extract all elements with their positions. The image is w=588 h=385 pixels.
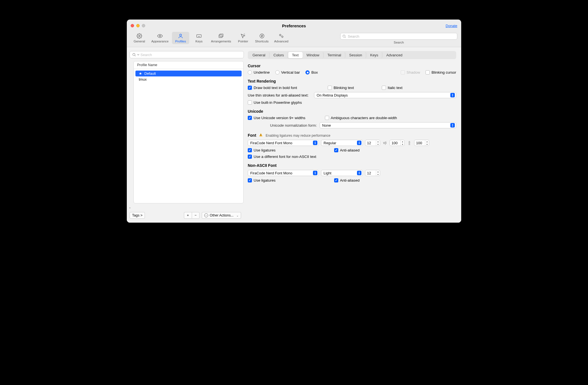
toolbar-item-profiles[interactable]: Profiles bbox=[172, 32, 189, 44]
content-pane: General Colors Text Window Terminal Sess… bbox=[244, 47, 461, 223]
zoom-icon[interactable] bbox=[142, 24, 145, 27]
checkbox-label: Shadow bbox=[407, 70, 420, 74]
toolbar-label: Appearance bbox=[151, 40, 169, 43]
subtab-terminal[interactable]: Terminal bbox=[324, 52, 345, 58]
font-ligatures-checkbox[interactable]: Use ligatures bbox=[248, 148, 276, 152]
subtab-general[interactable]: General bbox=[249, 52, 269, 58]
toolbar-item-keys[interactable]: Keys bbox=[190, 32, 208, 44]
chevron-down-icon bbox=[137, 54, 139, 56]
checkbox-label: Italic text bbox=[388, 86, 402, 90]
powerline-checkbox[interactable]: Use built-in Powerline glyphs bbox=[248, 100, 302, 105]
profile-name: tmux bbox=[139, 77, 147, 81]
cursor-underline-radio[interactable]: Underline bbox=[248, 70, 270, 74]
cursor-vertical-radio[interactable]: Vertical bar bbox=[275, 70, 300, 74]
stepper-arrows-icon[interactable]: ▲▼ bbox=[376, 170, 380, 176]
checkbox-label: Use ligatures bbox=[254, 148, 276, 152]
font-warning-text: Enabling ligatures may reduce performanc… bbox=[266, 134, 330, 138]
close-icon[interactable] bbox=[131, 24, 134, 27]
ambiguous-width-checkbox[interactable]: Ambiguous characters are double-width bbox=[325, 116, 397, 120]
vspacing-stepper[interactable]: ▲▼ bbox=[414, 140, 429, 146]
profile-list-header: Profile Name bbox=[134, 61, 243, 69]
windows-icon bbox=[217, 33, 225, 39]
normalization-label: Unicode normalization form: bbox=[270, 123, 317, 127]
minimize-icon[interactable] bbox=[136, 24, 140, 27]
toolbar: General Appearance Profiles Keys bbox=[127, 32, 461, 47]
radio-label: Vertical bar bbox=[281, 70, 300, 74]
subtab-colors[interactable]: Colors bbox=[269, 52, 288, 58]
font-antialiased-checkbox[interactable]: Anti-aliased bbox=[334, 148, 360, 152]
traffic-lights bbox=[131, 24, 145, 27]
svg-rect-3 bbox=[197, 35, 201, 37]
checkbox-label: Draw bold text in bold font bbox=[254, 86, 297, 90]
unicode-v9-checkbox[interactable]: Use Unicode version 9+ widths bbox=[248, 116, 305, 120]
donate-link[interactable]: Donate bbox=[446, 24, 457, 28]
radio-label: Underline bbox=[254, 70, 270, 74]
other-actions-dropdown[interactable]: ⋯ Other Actions... ⌄ bbox=[202, 212, 241, 219]
thin-strokes-select[interactable]: On Retina Displays ▲▼ bbox=[314, 92, 456, 98]
non-ascii-font-heading: Non-ASCII Font bbox=[248, 163, 456, 168]
toolbar-item-advanced[interactable]: Advanced bbox=[272, 32, 291, 44]
checkbox-label: Anti-aliased bbox=[340, 178, 360, 182]
subtab-advanced[interactable]: Advanced bbox=[382, 52, 406, 58]
search-caption: Search bbox=[394, 41, 404, 44]
toolbar-label: Shortcuts bbox=[255, 40, 269, 43]
nonascii-antialiased-checkbox[interactable]: Anti-aliased bbox=[334, 178, 360, 182]
profile-search-input[interactable] bbox=[140, 53, 241, 57]
profile-row-default[interactable]: ★ Default bbox=[135, 71, 242, 76]
normalization-select[interactable]: None ▲▼ bbox=[320, 122, 456, 128]
subtab-bar: General Colors Text Window Terminal Sess… bbox=[248, 51, 456, 59]
hspacing-stepper[interactable]: ▲▼ bbox=[390, 140, 405, 146]
subtab-session[interactable]: Session bbox=[345, 52, 366, 58]
gear-icon bbox=[135, 33, 143, 39]
cursor-blinking-checkbox[interactable]: Blinking cursor bbox=[426, 70, 456, 74]
bold-text-checkbox[interactable]: Draw bold text in bold font bbox=[248, 86, 297, 90]
checkbox-label: Use ligatures bbox=[254, 178, 276, 182]
vertical-spacing-icon: nn bbox=[407, 140, 412, 145]
tags-button[interactable]: Tags > bbox=[130, 212, 145, 219]
profile-row-tmux[interactable]: tmux bbox=[135, 76, 242, 82]
stepper-arrows-icon[interactable]: ▲▼ bbox=[400, 140, 404, 146]
toolbar-item-general[interactable]: General bbox=[131, 32, 148, 44]
toolbar-search-input[interactable] bbox=[340, 33, 457, 40]
font-family-select[interactable]: FiraCode Nerd Font Mono ▲▼ bbox=[248, 140, 319, 146]
svg-point-13 bbox=[282, 36, 283, 37]
remove-profile-button[interactable]: − bbox=[192, 212, 200, 219]
select-arrows-icon: ▲▼ bbox=[357, 141, 361, 145]
vspacing-input[interactable] bbox=[414, 141, 425, 145]
font-size-stepper[interactable]: ▲▼ bbox=[365, 140, 380, 146]
toolbar-item-shortcuts[interactable]: Shortcuts bbox=[253, 32, 271, 44]
toolbar-item-appearance[interactable]: Appearance bbox=[149, 32, 171, 44]
subtab-text[interactable]: Text bbox=[288, 52, 303, 58]
svg-point-0 bbox=[139, 35, 140, 37]
nonascii-style-select[interactable]: Light ▲▼ bbox=[321, 170, 363, 176]
profile-search[interactable] bbox=[130, 51, 244, 58]
add-profile-button[interactable]: + bbox=[184, 212, 192, 219]
nonascii-ligatures-checkbox[interactable]: Use ligatures bbox=[248, 178, 276, 182]
select-value: FiraCode Nerd Font Mono bbox=[250, 171, 311, 175]
cursor-box-radio[interactable]: Box bbox=[305, 70, 318, 74]
font-style-select[interactable]: Regular ▲▼ bbox=[321, 140, 363, 146]
toolbar-label: General bbox=[134, 40, 145, 43]
svg-rect-16 bbox=[261, 134, 261, 135]
non-ascii-font-checkbox[interactable]: Use a different font for non-ASCII text bbox=[248, 155, 316, 159]
hspacing-input[interactable] bbox=[390, 141, 400, 145]
checkbox-label: Use Unicode version 9+ widths bbox=[254, 116, 305, 120]
stepper-arrows-icon[interactable]: ▲▼ bbox=[376, 140, 380, 146]
subtab-window[interactable]: Window bbox=[303, 52, 324, 58]
nonascii-family-select[interactable]: FiraCode Nerd Font Mono ▲▼ bbox=[248, 170, 319, 176]
other-actions-label: Other Actions... bbox=[210, 213, 234, 217]
subtab-keys[interactable]: Keys bbox=[366, 52, 382, 58]
nonascii-size-stepper[interactable]: ▲▼ bbox=[365, 170, 380, 176]
drag-dot-icon: ● bbox=[129, 206, 131, 209]
thin-strokes-label: Use thin strokes for anti-aliased text: bbox=[248, 93, 308, 97]
person-icon bbox=[177, 33, 184, 39]
stepper-arrows-icon[interactable]: ▲▼ bbox=[425, 140, 429, 146]
blinking-text-checkbox[interactable]: Blinking text bbox=[328, 86, 354, 90]
italic-text-checkbox[interactable]: Italic text bbox=[382, 86, 402, 90]
select-arrows-icon: ▲▼ bbox=[450, 93, 455, 97]
chevron-down-icon: ⌄ bbox=[236, 214, 239, 217]
toolbar-item-pointer[interactable]: Pointer bbox=[234, 32, 252, 44]
nonascii-size-input[interactable] bbox=[365, 171, 376, 175]
font-size-input[interactable] bbox=[365, 141, 376, 145]
toolbar-item-arrangements[interactable]: Arrangements bbox=[209, 32, 233, 44]
